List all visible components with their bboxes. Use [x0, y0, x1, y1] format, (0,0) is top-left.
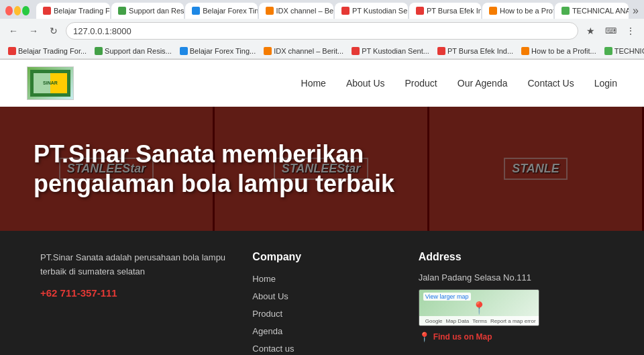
bookmark-item-1[interactable]: Support dan Resis... — [92, 46, 174, 56]
bookmark-item-4[interactable]: PT Kustodian Sent... — [349, 46, 432, 56]
bookmark-star-btn[interactable]: ★ — [582, 23, 598, 39]
tab-favicon-2 — [192, 7, 200, 15]
map-view-larger[interactable]: View larger map — [423, 293, 471, 301]
find-us-text: Find us on Map — [433, 332, 492, 342]
footer-link-agenda[interactable]: Agenda — [252, 326, 282, 336]
footer-col-about: PT.Sinar Sanata adalah perusahaan bola l… — [40, 251, 225, 354]
bookmark-label-3: IDX channel – Berit... — [274, 47, 343, 55]
tab-label-4: PT Kustodian Sent... — [352, 7, 408, 15]
tab-label-3: IDX channel – Berit... — [276, 7, 333, 15]
map-report-label: Report a map error — [490, 318, 536, 324]
tab-favicon-4 — [341, 7, 350, 15]
tab-favicon-3 — [266, 7, 274, 15]
extensions-btn[interactable]: ⌨ — [602, 23, 619, 39]
tab-maximize-btn[interactable] — [22, 6, 30, 15]
footer-col-company: Company Home About Us Product Agenda Con… — [252, 251, 391, 354]
browser-tab-5[interactable]: PT Bursa Efek Ind... — [409, 3, 481, 19]
tab-favicon-6 — [489, 7, 497, 15]
map-marker-icon: 📍 — [472, 301, 486, 315]
tab-favicon-5 — [416, 7, 424, 15]
footer-link-contact[interactable]: Contact us — [252, 344, 294, 354]
bookmark-label-5: PT Bursa Efek Ind... — [447, 47, 513, 55]
footer-company-heading: Company — [252, 251, 391, 263]
bookmark-item-6[interactable]: How to be a Profit... — [519, 46, 599, 56]
tab-label-5: PT Bursa Efek Ind... — [427, 7, 481, 15]
map-data-label: Map Data — [446, 318, 470, 324]
site-wrapper: SINAR Home About Us Product Our Agenda C… — [0, 60, 644, 355]
browser-tab-7[interactable]: TECHNICAL ANAL... — [555, 3, 629, 19]
address-bar[interactable]: 127.0.0.1:8000 — [66, 22, 578, 40]
footer-description: PT.Sinar Sanata adalah perusahaan bola l… — [40, 251, 225, 279]
nav-agenda[interactable]: Our Agenda — [458, 78, 508, 89]
bookmark-label-0: Belajar Trading For... — [18, 47, 87, 55]
footer-address-heading: Address — [419, 251, 604, 263]
browser-tabs: Belajar Trading For... Support dan Resis… — [0, 0, 644, 19]
map-google-label: Google — [425, 318, 443, 324]
tab-label-2: Belajar Forex Ting... — [203, 7, 257, 15]
bookmark-label-4: PT Kustodian Sent... — [362, 47, 429, 55]
bookmark-item-0[interactable]: Belajar Trading For... — [5, 46, 89, 56]
browser-toolbar: ← → ↻ 127.0.0.1:8000 ★ ⌨ ⋮ — [0, 19, 644, 43]
nav-login[interactable]: Login — [594, 78, 617, 89]
browser-tab-4[interactable]: PT Kustodian Sent... — [335, 3, 408, 19]
menu-btn[interactable]: ⋮ — [623, 23, 639, 39]
footer-link-home[interactable]: Home — [252, 274, 276, 284]
bookmark-icon-4 — [352, 47, 360, 55]
bookmark-icon-7 — [604, 47, 612, 55]
bookmark-icon-3 — [264, 47, 272, 55]
browser-tab-6[interactable]: How to be a Profit... — [482, 3, 553, 19]
bookmark-label-6: How to be a Profit... — [531, 47, 596, 55]
browser-tab-1[interactable]: Support dan Resis... — [111, 3, 184, 19]
bookmark-item-5[interactable]: PT Bursa Efek Ind... — [435, 46, 516, 56]
footer-link-about[interactable]: About Us — [252, 291, 288, 301]
bookmarks-bar: Belajar Trading For... Support dan Resis… — [0, 43, 644, 59]
svg-text:SINAR: SINAR — [43, 81, 58, 85]
browser-chrome: Belajar Trading For... Support dan Resis… — [0, 0, 644, 60]
hero-section: STANLEEStar STANLEEStar STANLE PT.Sinar … — [0, 107, 644, 231]
find-us-icon: 📍 — [419, 332, 430, 342]
bookmark-label-1: Support dan Resis... — [105, 47, 172, 55]
url-text: 127.0.0.1:8000 — [73, 26, 131, 36]
tab-label-0: Belajar Trading For... — [54, 7, 110, 15]
footer-links-list: Home About Us Product Agenda Contact us — [252, 272, 391, 354]
browser-tab-0[interactable]: Belajar Trading For... — [36, 3, 110, 19]
tab-favicon-1 — [118, 7, 126, 15]
nav-contact[interactable]: Contact Us — [527, 78, 574, 89]
nav-home[interactable]: Home — [301, 78, 326, 89]
nav-about[interactable]: About Us — [346, 78, 385, 89]
browser-tab-3[interactable]: IDX channel – Berit... — [259, 3, 333, 19]
bookmark-item-3[interactable]: IDX channel – Berit... — [261, 46, 346, 56]
footer: PT.Sinar Sanata adalah perusahaan bola l… — [0, 231, 644, 355]
bookmark-icon-1 — [95, 47, 103, 55]
footer-col-address: Address Jalan Padang Selasa No.111 View … — [419, 251, 604, 354]
back-button[interactable]: ← — [5, 23, 21, 39]
tab-favicon-7 — [561, 7, 570, 15]
navbar-logo: SINAR — [27, 66, 74, 100]
tab-minimize-btn[interactable] — [14, 6, 21, 15]
hero-text: PT.Sinar Sanata memberikan pengalaman bo… — [0, 140, 428, 197]
find-us-map[interactable]: 📍 Find us on Map — [419, 332, 604, 342]
bookmark-icon-6 — [521, 47, 529, 55]
bookmark-item-7[interactable]: TECHNICAL ANAL... — [602, 46, 644, 56]
bookmark-label-7: TECHNICAL ANAL... — [614, 47, 644, 55]
map-container[interactable]: View larger map 📍 Google Map Data Terms … — [419, 289, 539, 326]
hero-heading: PT.Sinar Sanata memberikan pengalaman bo… — [34, 140, 394, 197]
map-footer-bar: Google Map Data Terms Report a map error — [419, 316, 539, 325]
footer-link-product[interactable]: Product — [252, 309, 282, 319]
map-inner: View larger map 📍 Google Map Data Terms … — [419, 290, 539, 325]
tab-close-btn[interactable] — [5, 6, 13, 15]
nav-product[interactable]: Product — [405, 78, 437, 89]
hero-heading-line1: PT.Sinar Sanata memberikan — [34, 140, 364, 168]
bookmark-item-2[interactable]: Belajar Forex Ting... — [177, 46, 258, 56]
bookmark-label-2: Belajar Forex Ting... — [190, 47, 256, 55]
more-tabs-btn[interactable]: » — [633, 5, 639, 17]
browser-tab-2[interactable]: Belajar Forex Ting... — [185, 3, 257, 19]
reload-button[interactable]: ↻ — [46, 23, 62, 39]
map-terms-label: Terms — [472, 318, 487, 324]
navbar-links: Home About Us Product Our Agenda Contact… — [301, 77, 617, 89]
bookmark-icon-2 — [180, 47, 188, 55]
bookmark-icon-0 — [8, 47, 16, 55]
forward-button[interactable]: → — [25, 23, 42, 39]
logo-image: SINAR — [28, 67, 73, 99]
footer-phone[interactable]: +62 711-357-111 — [40, 287, 225, 299]
